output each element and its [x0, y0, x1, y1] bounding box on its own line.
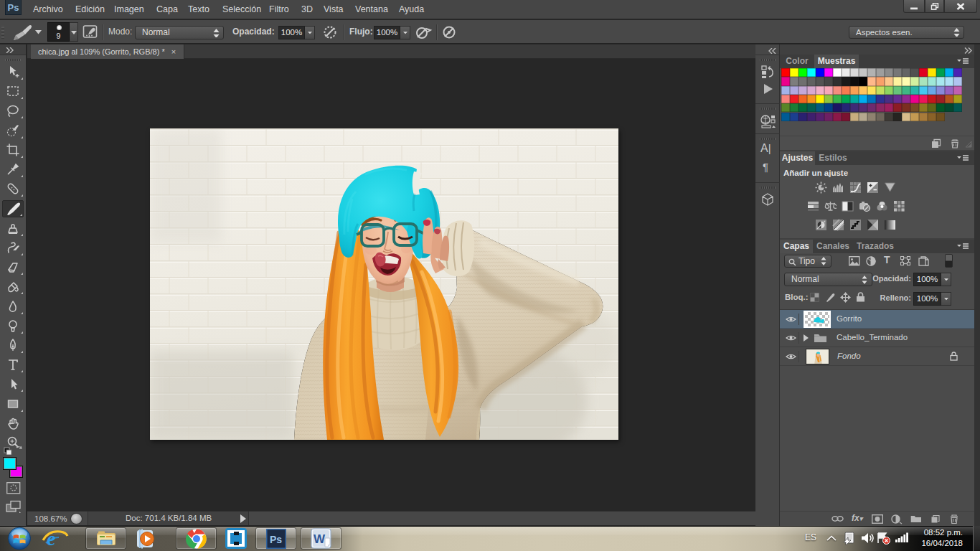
svg-text:W: W — [314, 532, 326, 546]
svg-text:Ps: Ps — [270, 534, 282, 545]
